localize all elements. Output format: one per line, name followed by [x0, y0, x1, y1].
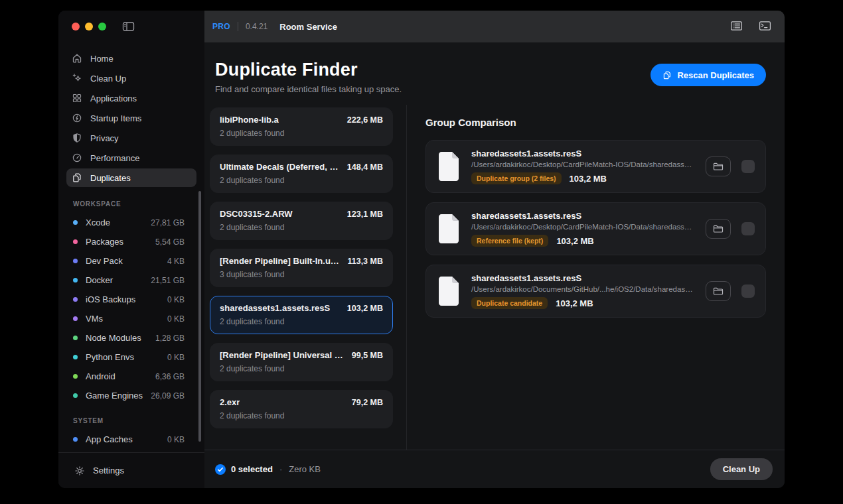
- shield-icon: [72, 133, 82, 143]
- file-size: 103,2 MB: [556, 298, 593, 308]
- sidebar-item-home[interactable]: Home: [66, 49, 196, 68]
- zoom-window-button[interactable]: [98, 23, 106, 31]
- sidebar-item-xcode[interactable]: Xcode 27,81 GB: [58, 213, 204, 232]
- file-checkbox[interactable]: [741, 284, 755, 298]
- sidebar-item-applications[interactable]: Applications: [66, 89, 196, 107]
- duplicate-group-item[interactable]: [Render Pipeline] Built-In.unity...113,3…: [210, 249, 393, 287]
- home-icon: [72, 53, 82, 64]
- grid-icon: [72, 93, 82, 103]
- sidebar-item-clean-up[interactable]: Clean Up: [66, 69, 196, 88]
- titlebar: PRO 0.4.21 Room Service: [204, 11, 785, 42]
- sidebar-item-startup-items[interactable]: Startup Items: [66, 109, 196, 127]
- category-dot: [73, 374, 78, 379]
- category-size: 27,81 GB: [151, 218, 185, 227]
- rescan-button-label: Rescan Duplicates: [677, 70, 754, 80]
- file-size: 103,2 MB: [570, 174, 607, 184]
- file-path: /Users/ardakirkoc/Desktop/CardPileMatch-…: [471, 160, 695, 168]
- folder-icon: [713, 286, 724, 296]
- category-size: 1,28 GB: [155, 334, 185, 343]
- file-icon: [437, 152, 461, 181]
- reveal-in-finder-button[interactable]: [706, 157, 731, 176]
- sidebar-item-ios-backups[interactable]: iOS Backups 0 KB: [58, 290, 204, 309]
- duplicate-groups-list: libiPhone-lib.a222,6 MB 2 duplicates fou…: [204, 105, 406, 450]
- sidebar-toggle-icon[interactable]: [122, 21, 135, 32]
- app-window: Home Clean Up Applications Startup Items…: [58, 11, 785, 488]
- file-name: sharedassets1.assets.resS: [471, 211, 695, 221]
- sidebar-item-node-modules[interactable]: Node Modules 1,28 GB: [58, 328, 204, 347]
- sidebar-item-privacy[interactable]: Privacy: [66, 129, 196, 147]
- sidebar-item-python-envs[interactable]: Python Envs 0 KB: [58, 347, 204, 367]
- sidebar-item-label: Home: [90, 54, 114, 64]
- category-dot: [73, 278, 78, 283]
- file-size: 103,2 MB: [556, 236, 593, 246]
- file-checkbox[interactable]: [741, 160, 755, 173]
- terminal-panel-button[interactable]: [757, 19, 773, 34]
- sidebar-item-vms[interactable]: VMs 0 KB: [58, 309, 204, 328]
- group-meta: 2 duplicates found: [220, 176, 383, 185]
- titlebar-divider: [238, 22, 238, 31]
- category-label: Android: [86, 371, 155, 381]
- separator-dot: ·: [279, 464, 282, 474]
- clean-up-button[interactable]: Clean Up: [710, 458, 773, 480]
- duplicate-group-item[interactable]: DSC03315-2.ARW123,1 MB 2 duplicates foun…: [210, 202, 393, 240]
- file-info: sharedassets1.assets.resS /Users/ardakir…: [471, 211, 695, 247]
- category-size: 26,09 GB: [151, 391, 185, 401]
- group-name: DSC03315-2.ARW: [220, 209, 293, 219]
- folder-icon: [713, 162, 724, 171]
- category-label: Dev Pack: [86, 256, 167, 266]
- sidebar-item-label: Clean Up: [90, 74, 126, 84]
- group-meta: 2 duplicates found: [220, 223, 383, 232]
- group-meta: 2 duplicates found: [220, 411, 383, 420]
- group-meta: 2 duplicates found: [220, 364, 383, 373]
- system-section-label: SYSTEM: [58, 417, 204, 424]
- sparkles-icon: [72, 73, 82, 84]
- file-name: sharedassets1.assets.resS: [471, 149, 695, 158]
- sidebar-scrollbar[interactable]: [198, 191, 201, 442]
- category-size: 21,51 GB: [151, 276, 185, 285]
- sidebar-item-label: Privacy: [90, 133, 119, 143]
- log-panel-button[interactable]: [729, 19, 744, 34]
- sidebar-item-dev-pack[interactable]: Dev Pack 4 KB: [58, 251, 204, 271]
- file-info: sharedassets1.assets.resS /Users/ardakir…: [471, 273, 695, 309]
- category-label: Node Modules: [86, 333, 155, 343]
- close-window-button[interactable]: [72, 23, 80, 31]
- file-name: sharedassets1.assets.resS: [471, 273, 695, 283]
- page-header-text: Duplicate Finder Find and compare identi…: [215, 60, 402, 94]
- sidebar-item-app-caches[interactable]: App Caches 0 KB: [58, 430, 204, 449]
- sidebar-item-label: Startup Items: [90, 113, 141, 123]
- duplicate-group-item[interactable]: Ultimate Decals (Deferred, For...148,4 M…: [210, 155, 393, 193]
- sidebar-item-game-engines[interactable]: Game Engines 26,09 GB: [58, 386, 204, 405]
- duplicate-group-item[interactable]: libiPhone-lib.a222,6 MB 2 duplicates fou…: [210, 107, 393, 146]
- category-label: Python Envs: [86, 352, 167, 362]
- group-name: [Render Pipeline] Built-In.unity...: [220, 256, 341, 266]
- sidebar-item-performance[interactable]: Performance: [66, 149, 196, 167]
- group-comparison-panel: Group Comparison sharedassets1.assets.re…: [406, 105, 785, 450]
- sidebar-item-docker[interactable]: Docker 21,51 GB: [58, 271, 204, 290]
- status-badge: Duplicate group (2 files): [471, 172, 562, 184]
- group-size: 222,6 MB: [347, 115, 383, 125]
- category-label: VMs: [86, 314, 167, 324]
- category-size: 6,36 GB: [155, 372, 185, 381]
- sidebar-item-packages[interactable]: Packages 5,54 GB: [58, 232, 204, 251]
- sidebar-item-android[interactable]: Android 6,36 GB: [58, 367, 204, 386]
- duplicate-group-item[interactable]: [Render Pipeline] Universal (UR...99,5 M…: [210, 343, 393, 381]
- duplicate-group-item[interactable]: 2.exr79,2 MB 2 duplicates found: [210, 390, 393, 428]
- content-body: libiPhone-lib.a222,6 MB 2 duplicates fou…: [204, 105, 785, 450]
- rescan-duplicates-button[interactable]: Rescan Duplicates: [651, 64, 766, 86]
- sidebar-item-settings[interactable]: Settings: [58, 452, 204, 488]
- reveal-in-finder-button[interactable]: [706, 219, 731, 239]
- selection-footer: 0 selected · Zero KB Clean Up: [204, 450, 785, 488]
- app-title: Room Service: [279, 22, 337, 32]
- file-checkbox[interactable]: [741, 222, 755, 235]
- comparison-title: Group Comparison: [425, 117, 766, 128]
- category-size: 0 KB: [167, 295, 185, 304]
- sidebar-item-duplicates[interactable]: Duplicates: [66, 168, 196, 187]
- category-label: App Caches: [86, 434, 167, 444]
- duplicate-group-item-selected[interactable]: sharedassets1.assets.resS103,2 MB 2 dupl…: [210, 296, 393, 334]
- terminal-icon: [759, 21, 771, 33]
- group-name: sharedassets1.assets.resS: [220, 303, 330, 313]
- group-name: Ultimate Decals (Deferred, For...: [220, 162, 341, 172]
- sidebar-item-label: Performance: [90, 153, 139, 163]
- minimize-window-button[interactable]: [85, 23, 93, 31]
- reveal-in-finder-button[interactable]: [706, 281, 731, 301]
